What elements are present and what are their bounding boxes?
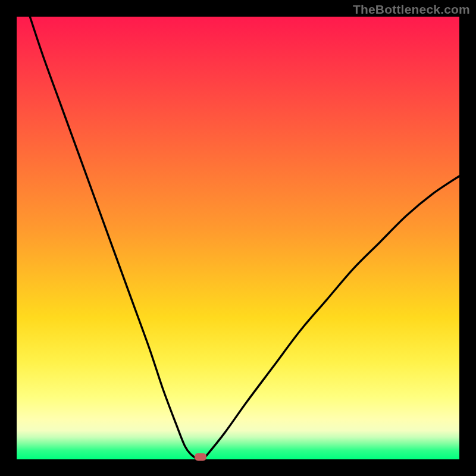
plot-area [17,17,459,459]
optimum-marker [195,453,206,461]
chart-frame: TheBottleneck.com [0,0,476,476]
bottleneck-curve [17,17,459,459]
watermark-label: TheBottleneck.com [353,2,470,17]
